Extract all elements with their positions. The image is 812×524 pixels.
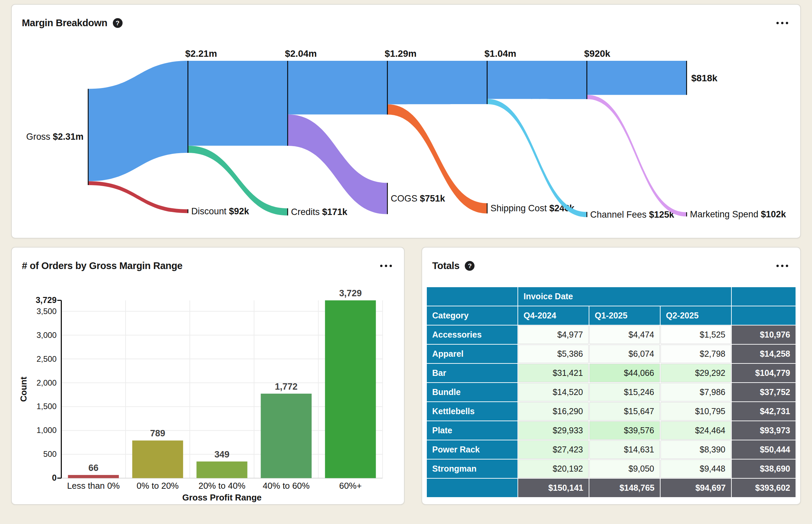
- sankey-stage-label-1: $2.21m: [185, 48, 217, 59]
- value-cell-bar-q2-2025: $29,292: [661, 364, 731, 382]
- row-total-plate: $93,973: [732, 421, 796, 440]
- x-tick-label: 20% to 40%: [198, 481, 246, 490]
- bar-less-than-0[interactable]: [68, 475, 118, 478]
- more-menu-icon[interactable]: [776, 20, 789, 26]
- more-menu-icon[interactable]: [380, 263, 393, 269]
- sankey-flow-retained-4[interactable]: [487, 61, 587, 99]
- sankey-stage-label-4: $1.04m: [484, 48, 516, 59]
- sankey-flow-retained-0[interactable]: [88, 61, 188, 181]
- dashboard-page: { "icons": { "help_glyph": "?", "more_me…: [0, 0, 812, 524]
- panel-header: # of Orders by Gross Margin Range: [22, 260, 393, 272]
- column-header-q2-2025: Q2-2025: [661, 306, 731, 325]
- row-total-power-rack: $50,444: [732, 440, 796, 459]
- y-tick-label: 2,500: [37, 354, 57, 363]
- x-tick-label: 40% to 60%: [263, 481, 310, 490]
- grand-total-row: $150,141$148,765$94,697$393,602: [427, 479, 796, 497]
- help-icon[interactable]: ?: [465, 261, 475, 271]
- value-cell-bundle-q4-2024: $14,520: [518, 383, 589, 402]
- value-cell-bar-q1-2025: $44,066: [589, 364, 660, 382]
- y-tick-label: 3,500: [37, 307, 57, 316]
- margin-breakdown-panel: Margin Breakdown ? Discount $92kCredits …: [11, 4, 801, 239]
- value-cell-apparel-q2-2025: $2,798: [661, 345, 731, 363]
- sankey-flow-retained-2[interactable]: [288, 61, 387, 115]
- x-tick-label: 60%+: [339, 481, 362, 490]
- value-cell-bundle-q1-2025: $15,246: [589, 383, 660, 402]
- table-row-kettlebells: Kettlebells$16,290$15,647$10,795$42,731: [427, 402, 796, 421]
- value-cell-accessories-q4-2024: $4,977: [518, 326, 589, 344]
- help-icon[interactable]: ?: [113, 18, 122, 28]
- bar-chart: 66Less than 0%7890% to 20%34920% to 40%1…: [12, 248, 404, 504]
- panel-header: Margin Breakdown ?: [22, 17, 789, 29]
- sankey-outflow-cogs[interactable]: [288, 115, 387, 214]
- grand-total-q1-2025: $148,765: [589, 479, 660, 497]
- x-tick-label: Less than 0%: [67, 481, 120, 490]
- value-cell-kettlebells-q2-2025: $10,795: [661, 402, 731, 421]
- more-menu-icon[interactable]: [776, 263, 789, 269]
- y-tick-label: 3,729: [36, 295, 56, 305]
- row-header-apparel: Apparel: [427, 345, 517, 363]
- sankey-stage-label-3: $1.29m: [385, 48, 417, 59]
- value-cell-bar-q4-2024: $31,421: [518, 364, 589, 382]
- row-total-apparel: $14,258: [732, 345, 796, 363]
- row-header-plate: Plate: [427, 421, 517, 440]
- y-tick-label: 3,000: [37, 330, 57, 340]
- orders-by-margin-panel: # of Orders by Gross Margin Range 66Less…: [11, 247, 405, 505]
- total-column-header: [732, 306, 796, 325]
- bar-value-label: 349: [214, 449, 229, 459]
- row-header-strongman: Strongman: [427, 459, 517, 478]
- row-header-kettlebells: Kettlebells: [427, 402, 517, 421]
- value-cell-power-rack-q4-2024: $27,423: [518, 440, 589, 459]
- sankey-outflow-label-marketing-spend: Marketing Spend $102k: [690, 209, 786, 219]
- value-cell-kettlebells-q4-2024: $16,290: [518, 402, 589, 421]
- value-cell-accessories-q1-2025: $4,474: [589, 326, 660, 344]
- bar-40-to-60[interactable]: [261, 394, 311, 478]
- row-total-bundle: $37,752: [732, 383, 796, 402]
- panel-title: # of Orders by Gross Margin Range: [22, 260, 182, 272]
- y-axis-title: Count: [19, 377, 28, 402]
- y-tick-label: 0: [52, 473, 57, 482]
- sankey-outflow-discount[interactable]: [88, 181, 188, 213]
- totals-pivot-table: Invoice DateCategoryQ4-2024Q1-2025Q2-202…: [426, 286, 796, 498]
- sankey-flow-retained-1[interactable]: [188, 61, 288, 146]
- value-cell-bundle-q2-2025: $7,986: [661, 383, 731, 402]
- bar-value-label: 1,772: [275, 381, 298, 392]
- bar-value-label: 789: [150, 429, 165, 439]
- sankey-outflow-channel-fees[interactable]: [487, 99, 587, 217]
- help-glyph: ?: [468, 262, 472, 270]
- row-total-kettlebells: $42,731: [732, 402, 796, 421]
- row-header-bundle: Bundle: [427, 383, 517, 402]
- sankey-flow-retained-5[interactable]: [587, 61, 687, 95]
- bar-0-to-20[interactable]: [132, 440, 183, 478]
- y-tick-label: 2,000: [37, 378, 57, 387]
- row-total-bar: $104,779: [732, 364, 796, 382]
- y-tick-label: 500: [43, 449, 57, 459]
- row-header-accessories: Accessories: [427, 326, 517, 344]
- sankey-chart: Discount $92kCredits $171kCOGS $751kShip…: [12, 5, 800, 238]
- y-tick-label: 1,500: [37, 402, 57, 411]
- sankey-stage-label-5: $920k: [584, 48, 611, 59]
- bar-60[interactable]: [325, 300, 376, 478]
- sankey-outflow-marketing-spend[interactable]: [587, 95, 686, 216]
- sankey-stage-label-2: $2.04m: [285, 48, 317, 59]
- bar-value-label: 3,729: [339, 288, 362, 298]
- grand-total-overall: $393,602: [732, 479, 796, 497]
- row-header-bar: Bar: [427, 364, 517, 382]
- sankey-outflow-label-discount: Discount $92k: [192, 206, 249, 216]
- table-row-accessories: Accessories$4,977$4,474$1,525$10,976: [427, 326, 796, 344]
- value-cell-plate-q2-2025: $24,464: [661, 421, 731, 440]
- table-corner-cell: [427, 287, 517, 306]
- value-cell-strongman-q4-2024: $20,192: [518, 459, 589, 478]
- sankey-outflow-label-channel-fees: Channel Fees $125k: [590, 210, 674, 220]
- sankey-outflow-credits[interactable]: [188, 146, 287, 216]
- value-cell-apparel-q1-2025: $6,074: [589, 345, 660, 363]
- value-cell-apparel-q4-2024: $5,386: [518, 345, 589, 363]
- grand-total-q2-2025: $94,697: [661, 479, 731, 497]
- value-cell-strongman-q2-2025: $9,448: [661, 459, 731, 478]
- table-row-bundle: Bundle$14,520$15,246$7,986$37,752: [427, 383, 796, 402]
- column-header-q4-2024: Q4-2024: [518, 306, 589, 325]
- column-group-header: Invoice Date: [518, 287, 731, 306]
- y-tick-label: 1,000: [37, 426, 57, 435]
- table-row-bar: Bar$31,421$44,066$29,292$104,779: [427, 364, 796, 382]
- bar-20-to-40[interactable]: [197, 461, 247, 478]
- sankey-flow-retained-3[interactable]: [387, 61, 487, 104]
